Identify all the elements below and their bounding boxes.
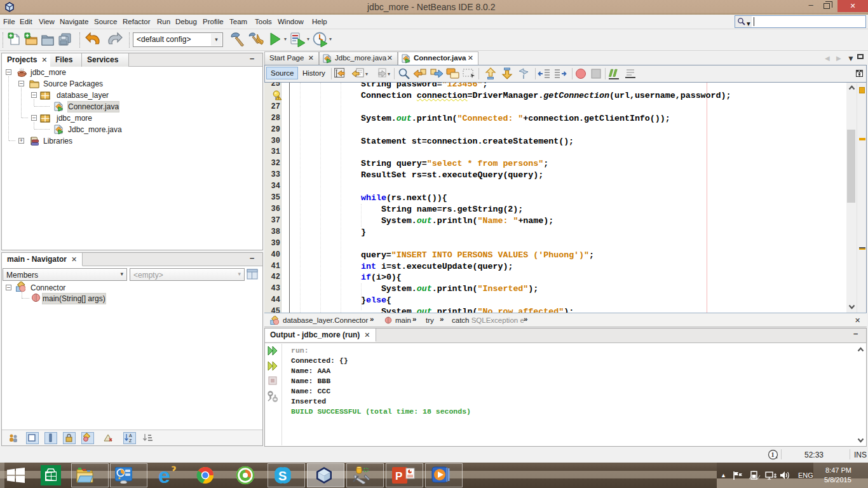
svg-text:e: e xyxy=(158,464,170,486)
svg-text:Z: Z xyxy=(129,438,132,443)
svg-text:P: P xyxy=(395,470,402,482)
svg-text:S: S xyxy=(278,469,287,483)
svg-text:1: 1 xyxy=(771,451,775,458)
svg-text:A: A xyxy=(129,433,132,438)
